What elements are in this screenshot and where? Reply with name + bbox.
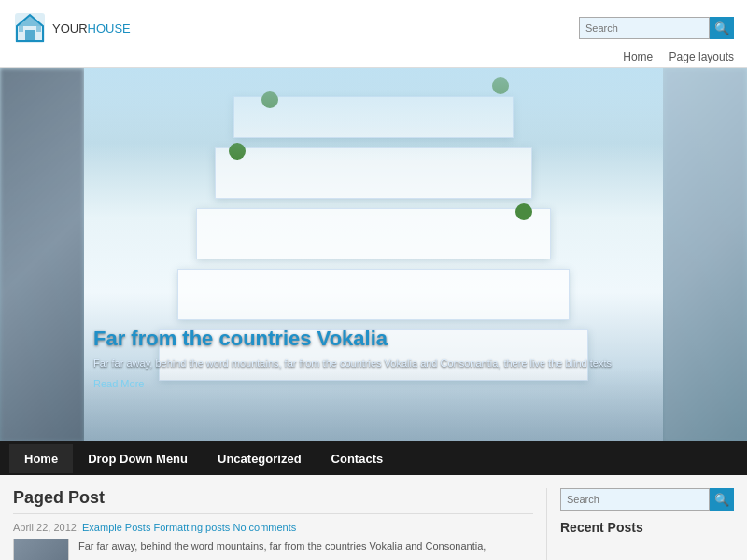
post-content-row: Far far away, behind the word mountains,… bbox=[13, 539, 533, 560]
building-floor-3 bbox=[196, 208, 551, 259]
paged-post-title: Paged Post bbox=[13, 488, 533, 514]
hero-description: Far far away, behind the word mountains,… bbox=[93, 357, 654, 371]
post-link-comments[interactable]: No comments bbox=[233, 522, 296, 533]
nav-item-dropdown[interactable]: Drop Down Menu bbox=[73, 444, 203, 473]
sidebar: 🔍 Recent Posts bbox=[547, 488, 734, 560]
search-input[interactable] bbox=[579, 17, 710, 39]
content-area: Paged Post April 22, 2012, Example Posts… bbox=[0, 475, 747, 560]
post-meta: April 22, 2012, Example Posts Formatting… bbox=[13, 522, 533, 533]
recent-posts-title: Recent Posts bbox=[560, 520, 734, 539]
building-floor-4 bbox=[177, 269, 570, 320]
header-search-area: 🔍 bbox=[579, 17, 734, 39]
hero-overlay: Far from the countries Vokalia Far far a… bbox=[93, 327, 654, 390]
sidebar-search-input[interactable] bbox=[560, 488, 710, 511]
post-link-formatting[interactable]: Formatting posts bbox=[153, 522, 230, 533]
search-icon: 🔍 bbox=[714, 21, 729, 35]
sidebar-search-button[interactable]: 🔍 bbox=[710, 488, 734, 511]
tree-icon bbox=[515, 203, 532, 220]
nav-item-contacts[interactable]: Contacts bbox=[317, 444, 399, 473]
sidebar-search-area: 🔍 bbox=[560, 488, 734, 511]
sky-overlay bbox=[84, 68, 663, 161]
svg-rect-3 bbox=[25, 30, 35, 41]
nav-item-home[interactable]: Home bbox=[9, 444, 73, 473]
post-thumbnail bbox=[13, 539, 69, 560]
sidebar-search-icon: 🔍 bbox=[714, 493, 729, 507]
top-navigation: Home Page layouts bbox=[0, 49, 747, 68]
hero-right-blurred bbox=[663, 68, 747, 441]
hero-title: Far from the countries Vokalia bbox=[93, 327, 654, 351]
svg-rect-4 bbox=[19, 26, 23, 32]
logo-house: HOUSE bbox=[88, 21, 131, 35]
hero-section: Far from the countries Vokalia Far far a… bbox=[0, 68, 747, 441]
hero-left-blurred bbox=[0, 68, 84, 441]
logo: YOURHOUSE bbox=[13, 11, 131, 45]
header: YOURHOUSE 🔍 bbox=[0, 0, 747, 49]
logo-text: YOURHOUSE bbox=[52, 21, 131, 35]
nav-item-uncategorized[interactable]: Uncategorized bbox=[203, 444, 317, 473]
top-nav-page-layouts[interactable]: Page layouts bbox=[669, 50, 734, 63]
hero-read-more-link[interactable]: Read More bbox=[93, 378, 144, 389]
search-button[interactable]: 🔍 bbox=[710, 17, 734, 39]
logo-your: YOUR bbox=[52, 21, 88, 35]
main-navigation: Home Drop Down Menu Uncategorized Contac… bbox=[0, 441, 747, 475]
logo-icon bbox=[13, 11, 47, 45]
post-link-example[interactable]: Example Posts bbox=[82, 522, 150, 533]
svg-rect-5 bbox=[36, 26, 41, 32]
main-content: Paged Post April 22, 2012, Example Posts… bbox=[13, 488, 547, 560]
post-text: Far far away, behind the word mountains,… bbox=[78, 539, 486, 560]
top-nav-home[interactable]: Home bbox=[623, 50, 653, 63]
post-date: April 22, 2012 bbox=[13, 522, 77, 533]
